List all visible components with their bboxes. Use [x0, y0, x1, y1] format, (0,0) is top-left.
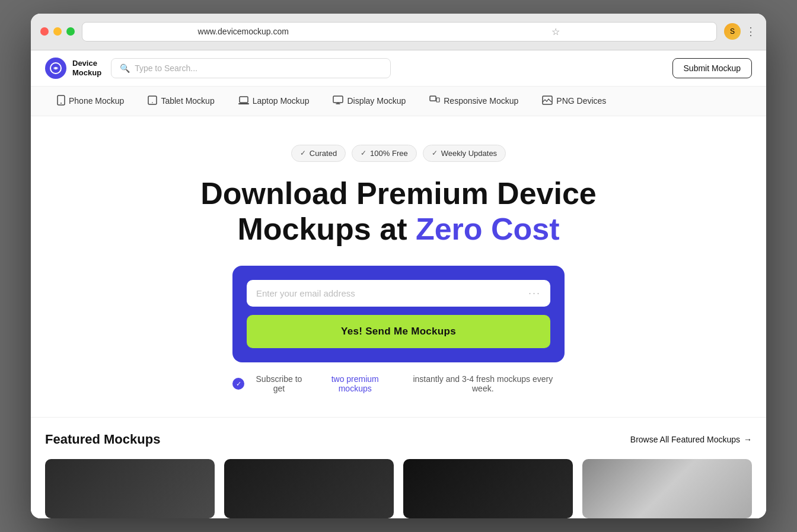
nav-label-tablet: Tablet Mockup — [161, 96, 214, 106]
website-content: Device Mockup 🔍 Type to Search... Submit… — [31, 50, 766, 519]
browser-window: www.devicemockup.com ☆ S ⋮ — [31, 14, 766, 519]
logo-text: Device Mockup — [72, 59, 101, 77]
logo-icon — [45, 58, 66, 79]
nav-item-responsive[interactable]: Responsive Mockup — [417, 87, 530, 115]
bookmark-icon[interactable]: ☆ — [402, 26, 710, 37]
address-bar[interactable]: www.devicemockup.com ☆ — [82, 22, 717, 42]
badge-free: ✓ 100% Free — [352, 145, 417, 162]
title-bar: www.devicemockup.com ☆ S ⋮ — [31, 14, 766, 50]
phone-icon — [57, 95, 65, 107]
subscribe-link[interactable]: two premium mockups — [314, 374, 397, 393]
hero-title: Download Premium Device Mockups at Zero … — [191, 176, 606, 247]
minimize-button[interactable] — [53, 27, 62, 36]
check-icon: ✓ — [361, 149, 366, 157]
check-circle-icon: ✓ — [232, 378, 244, 390]
nav-item-phone[interactable]: Phone Mockup — [45, 87, 136, 116]
nav-label-laptop: Laptop Mockup — [253, 96, 310, 106]
responsive-icon — [429, 95, 440, 107]
hero-section: ✓ Curated ✓ 100% Free ✓ Weekly Updates D… — [31, 116, 766, 418]
svg-rect-10 — [436, 98, 439, 102]
mockup-grid — [45, 459, 752, 518]
mockup-card-3[interactable] — [403, 459, 573, 518]
search-placeholder: Type to Search... — [135, 63, 197, 73]
subscribe-before: Subscribe to get — [249, 374, 309, 393]
browse-all-link[interactable]: Browse All Featured Mockups → — [630, 435, 752, 444]
nav-item-laptop[interactable]: Laptop Mockup — [227, 88, 321, 114]
svg-point-3 — [60, 103, 62, 104]
check-icon: ✓ — [300, 149, 306, 157]
traffic-lights — [40, 27, 75, 36]
maximize-button[interactable] — [66, 27, 75, 36]
url-text: www.devicemockup.com — [90, 27, 397, 36]
site-search-bar[interactable]: 🔍 Type to Search... — [111, 58, 391, 78]
svg-rect-8 — [333, 96, 343, 103]
display-icon — [333, 95, 343, 107]
mockup-card-4[interactable] — [582, 459, 752, 518]
hero-title-accent: Zero Cost — [416, 212, 560, 246]
check-icon: ✓ — [432, 149, 438, 157]
logo[interactable]: Device Mockup — [45, 58, 101, 79]
search-icon: 🔍 — [120, 63, 130, 73]
svg-rect-7 — [238, 103, 249, 104]
svg-rect-9 — [430, 96, 436, 101]
svg-rect-4 — [148, 96, 157, 104]
laptop-icon — [238, 96, 249, 106]
hero-title-line1: Download Premium Device — [200, 176, 597, 211]
badge-curated: ✓ Curated — [291, 145, 346, 162]
svg-rect-6 — [240, 97, 248, 103]
badge-label-curated: Curated — [310, 149, 337, 158]
email-input-row: ··· — [247, 280, 550, 307]
badge-label-free: 100% Free — [370, 149, 408, 158]
browser-actions: S ⋮ — [724, 23, 757, 40]
svg-point-1 — [55, 67, 57, 69]
email-input[interactable] — [256, 288, 528, 298]
nav-label-display: Display Mockup — [347, 96, 406, 106]
close-button[interactable] — [40, 27, 49, 36]
tablet-icon — [148, 95, 157, 107]
nav-item-png[interactable]: PNG Devices — [530, 87, 618, 115]
badges-row: ✓ Curated ✓ 100% Free ✓ Weekly Updates — [45, 145, 752, 162]
site-header: Device Mockup 🔍 Type to Search... Submit… — [31, 50, 766, 87]
mockup-card-2[interactable] — [224, 459, 394, 518]
email-form-wrapper: ··· Yes! Send Me Mockups — [232, 266, 565, 362]
badge-label-updates: Weekly Updates — [441, 149, 497, 158]
cta-button[interactable]: Yes! Send Me Mockups — [247, 315, 550, 348]
nav-label-png: PNG Devices — [556, 96, 606, 106]
badge-updates: ✓ Weekly Updates — [423, 145, 506, 162]
subscribe-note: ✓ Subscribe to get two premium mockups i… — [232, 374, 565, 393]
user-avatar[interactable]: S — [724, 23, 741, 40]
nav-item-display[interactable]: Display Mockup — [321, 87, 417, 115]
browse-label: Browse All Featured Mockups — [630, 435, 740, 444]
featured-section: Featured Mockups Browse All Featured Moc… — [31, 417, 766, 518]
email-input-icon: ··· — [528, 287, 541, 300]
hero-title-line2: Mockups at — [237, 212, 416, 246]
featured-title: Featured Mockups — [45, 432, 160, 447]
mockup-card-1[interactable] — [45, 459, 215, 518]
arrow-icon: → — [744, 435, 752, 444]
site-nav: Phone Mockup Tablet Mockup Laptop Mockup… — [31, 87, 766, 116]
featured-header: Featured Mockups Browse All Featured Moc… — [45, 432, 752, 447]
submit-mockup-button[interactable]: Submit Mockup — [672, 58, 752, 78]
png-icon — [542, 95, 553, 107]
svg-point-5 — [152, 102, 154, 103]
nav-label-responsive: Responsive Mockup — [444, 96, 518, 106]
nav-item-tablet[interactable]: Tablet Mockup — [136, 87, 226, 115]
browser-menu-icon[interactable]: ⋮ — [745, 25, 757, 38]
nav-label-phone: Phone Mockup — [69, 96, 124, 106]
subscribe-after: instantly and 3-4 fresh mockups every we… — [401, 374, 565, 393]
